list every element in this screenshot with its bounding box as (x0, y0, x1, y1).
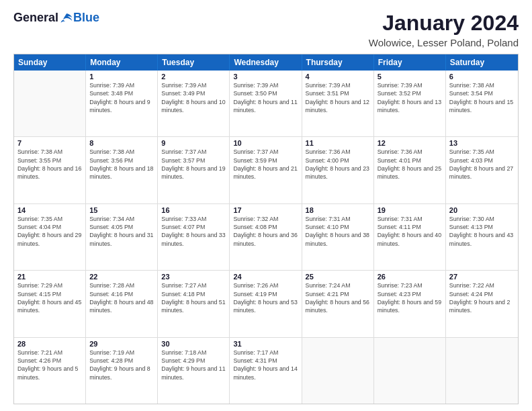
cell-date: 30 (161, 340, 226, 348)
cell-info: Sunrise: 7:36 AM Sunset: 4:00 PM Dayligh… (306, 148, 370, 181)
cal-cell: 7Sunrise: 7:38 AM Sunset: 3:55 PM Daylig… (14, 137, 86, 203)
cal-row-1: 7Sunrise: 7:38 AM Sunset: 3:55 PM Daylig… (14, 137, 518, 203)
cal-cell: 10Sunrise: 7:37 AM Sunset: 3:59 PM Dayli… (230, 137, 302, 203)
cal-cell: 23Sunrise: 7:27 AM Sunset: 4:18 PM Dayli… (158, 271, 230, 336)
cal-row-3: 21Sunrise: 7:29 AM Sunset: 4:15 PM Dayli… (14, 271, 518, 337)
cal-cell: 27Sunrise: 7:22 AM Sunset: 4:24 PM Dayli… (446, 271, 518, 336)
cell-date: 10 (233, 139, 298, 147)
cell-info: Sunrise: 7:24 AM Sunset: 4:21 PM Dayligh… (306, 281, 370, 314)
location: Wolowice, Lesser Poland, Poland (369, 37, 519, 48)
cell-info: Sunrise: 7:23 AM Sunset: 4:23 PM Dayligh… (378, 281, 442, 314)
cal-cell: 26Sunrise: 7:23 AM Sunset: 4:23 PM Dayli… (374, 271, 446, 336)
cell-date: 27 (449, 273, 515, 281)
cell-info: Sunrise: 7:39 AM Sunset: 3:49 PM Dayligh… (161, 81, 226, 114)
cell-date: 17 (233, 206, 298, 214)
cell-info: Sunrise: 7:18 AM Sunset: 4:29 PM Dayligh… (161, 349, 226, 381)
cal-cell: 11Sunrise: 7:36 AM Sunset: 4:00 PM Dayli… (302, 137, 374, 203)
cell-date: 6 (449, 73, 515, 81)
cell-info: Sunrise: 7:27 AM Sunset: 4:18 PM Dayligh… (161, 281, 226, 314)
cal-cell (374, 338, 446, 404)
cal-cell (302, 338, 374, 404)
cal-cell (14, 71, 86, 136)
cal-cell: 17Sunrise: 7:32 AM Sunset: 4:08 PM Dayli… (230, 204, 302, 270)
page: General Blue January 2024 Wolowice, Less… (0, 0, 532, 411)
cell-date: 23 (161, 273, 226, 281)
cal-cell: 2Sunrise: 7:39 AM Sunset: 3:49 PM Daylig… (158, 71, 230, 136)
cell-date: 22 (89, 273, 154, 281)
header-day-wednesday: Wednesday (230, 54, 302, 71)
cell-date: 19 (378, 206, 442, 214)
cal-cell: 24Sunrise: 7:26 AM Sunset: 4:19 PM Dayli… (230, 271, 302, 336)
cell-info: Sunrise: 7:35 AM Sunset: 4:04 PM Dayligh… (17, 215, 82, 248)
cell-info: Sunrise: 7:32 AM Sunset: 4:08 PM Dayligh… (233, 215, 298, 248)
logo-general-text: General (13, 11, 58, 25)
header-day-monday: Monday (86, 54, 158, 71)
cell-info: Sunrise: 7:38 AM Sunset: 3:56 PM Dayligh… (89, 148, 154, 181)
logo-blue-text: Blue (73, 11, 99, 25)
cell-info: Sunrise: 7:31 AM Sunset: 4:10 PM Dayligh… (306, 215, 370, 248)
cell-date: 18 (306, 206, 370, 214)
title-area: January 2024 Wolowice, Lesser Poland, Po… (369, 11, 519, 48)
cell-info: Sunrise: 7:30 AM Sunset: 4:13 PM Dayligh… (449, 215, 515, 248)
header-day-tuesday: Tuesday (158, 54, 230, 71)
cal-cell: 12Sunrise: 7:36 AM Sunset: 4:01 PM Dayli… (374, 137, 446, 203)
cal-cell: 16Sunrise: 7:33 AM Sunset: 4:07 PM Dayli… (158, 204, 230, 270)
cell-date: 31 (233, 340, 298, 348)
cal-cell: 13Sunrise: 7:35 AM Sunset: 4:03 PM Dayli… (446, 137, 518, 203)
cell-date: 5 (378, 73, 442, 81)
cal-cell: 15Sunrise: 7:34 AM Sunset: 4:05 PM Dayli… (86, 204, 158, 270)
header-day-friday: Friday (374, 54, 446, 71)
cal-cell: 6Sunrise: 7:38 AM Sunset: 3:54 PM Daylig… (446, 71, 518, 136)
cell-info: Sunrise: 7:35 AM Sunset: 4:03 PM Dayligh… (449, 148, 515, 181)
cell-date: 13 (449, 139, 515, 147)
cal-cell: 30Sunrise: 7:18 AM Sunset: 4:29 PM Dayli… (158, 338, 230, 404)
cell-info: Sunrise: 7:38 AM Sunset: 3:55 PM Dayligh… (17, 148, 82, 181)
cal-row-2: 14Sunrise: 7:35 AM Sunset: 4:04 PM Dayli… (14, 204, 518, 271)
cal-cell: 9Sunrise: 7:37 AM Sunset: 3:57 PM Daylig… (158, 137, 230, 203)
cell-info: Sunrise: 7:39 AM Sunset: 3:48 PM Dayligh… (89, 81, 154, 114)
logo-bird-icon (60, 11, 73, 25)
cell-date: 16 (161, 206, 226, 214)
cell-info: Sunrise: 7:28 AM Sunset: 4:16 PM Dayligh… (89, 281, 154, 314)
cal-cell: 14Sunrise: 7:35 AM Sunset: 4:04 PM Dayli… (14, 204, 86, 270)
cell-info: Sunrise: 7:22 AM Sunset: 4:24 PM Dayligh… (449, 281, 515, 314)
calendar-header: SundayMondayTuesdayWednesdayThursdayFrid… (14, 54, 518, 71)
cell-info: Sunrise: 7:21 AM Sunset: 4:26 PM Dayligh… (17, 349, 82, 381)
cal-cell (446, 338, 518, 404)
cell-info: Sunrise: 7:37 AM Sunset: 3:57 PM Dayligh… (161, 148, 226, 181)
cell-info: Sunrise: 7:39 AM Sunset: 3:52 PM Dayligh… (378, 81, 442, 114)
cal-cell: 29Sunrise: 7:19 AM Sunset: 4:28 PM Dayli… (86, 338, 158, 404)
cell-info: Sunrise: 7:39 AM Sunset: 3:51 PM Dayligh… (306, 81, 370, 114)
cell-info: Sunrise: 7:38 AM Sunset: 3:54 PM Dayligh… (449, 81, 515, 114)
cal-cell: 20Sunrise: 7:30 AM Sunset: 4:13 PM Dayli… (446, 204, 518, 270)
cell-date: 8 (89, 139, 154, 147)
calendar-body: 1Sunrise: 7:39 AM Sunset: 3:48 PM Daylig… (14, 71, 518, 404)
cell-info: Sunrise: 7:29 AM Sunset: 4:15 PM Dayligh… (17, 281, 82, 314)
cell-date: 1 (89, 73, 154, 81)
cal-cell: 31Sunrise: 7:17 AM Sunset: 4:31 PM Dayli… (230, 338, 302, 404)
header-day-saturday: Saturday (446, 54, 518, 71)
cell-date: 7 (17, 139, 82, 147)
cell-info: Sunrise: 7:31 AM Sunset: 4:11 PM Dayligh… (378, 215, 442, 248)
cell-info: Sunrise: 7:19 AM Sunset: 4:28 PM Dayligh… (89, 349, 154, 381)
cell-info: Sunrise: 7:37 AM Sunset: 3:59 PM Dayligh… (233, 148, 298, 181)
cell-date: 20 (449, 206, 515, 214)
month-title: January 2024 (369, 11, 519, 36)
cell-date: 28 (17, 340, 82, 348)
cal-row-0: 1Sunrise: 7:39 AM Sunset: 3:48 PM Daylig… (14, 71, 518, 137)
cell-info: Sunrise: 7:26 AM Sunset: 4:19 PM Dayligh… (233, 281, 298, 314)
cell-date: 12 (378, 139, 442, 147)
cal-cell: 28Sunrise: 7:21 AM Sunset: 4:26 PM Dayli… (14, 338, 86, 404)
cell-info: Sunrise: 7:39 AM Sunset: 3:50 PM Dayligh… (233, 81, 298, 114)
cell-date: 2 (161, 73, 226, 81)
cal-cell: 25Sunrise: 7:24 AM Sunset: 4:21 PM Dayli… (302, 271, 374, 336)
cell-date: 21 (17, 273, 82, 281)
cal-cell: 19Sunrise: 7:31 AM Sunset: 4:11 PM Dayli… (374, 204, 446, 270)
calendar: SundayMondayTuesdayWednesdayThursdayFrid… (13, 54, 519, 404)
cal-cell: 1Sunrise: 7:39 AM Sunset: 3:48 PM Daylig… (86, 71, 158, 136)
cell-info: Sunrise: 7:34 AM Sunset: 4:05 PM Dayligh… (89, 215, 154, 248)
header-day-thursday: Thursday (302, 54, 374, 71)
cal-cell: 4Sunrise: 7:39 AM Sunset: 3:51 PM Daylig… (302, 71, 374, 136)
cell-date: 25 (306, 273, 370, 281)
cal-cell: 22Sunrise: 7:28 AM Sunset: 4:16 PM Dayli… (86, 271, 158, 336)
